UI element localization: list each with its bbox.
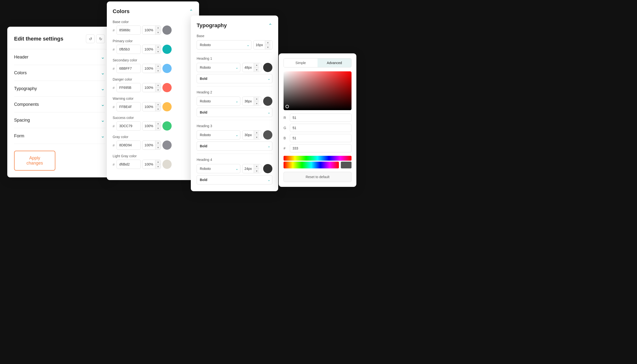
hex-input-secondary[interactable] <box>117 64 141 73</box>
spinner-up-gray[interactable]: ▲ <box>155 140 161 145</box>
undo-button[interactable]: ↺ <box>86 34 95 43</box>
typo-h3-weight-select[interactable]: Bold <box>197 142 272 151</box>
typo-h2-font-select[interactable]: Roboto <box>197 96 240 106</box>
typo-h1-font-select[interactable]: Roboto <box>197 63 240 72</box>
rgb-r-input[interactable] <box>290 114 352 122</box>
rgb-g-input[interactable] <box>290 124 352 132</box>
redo-button[interactable]: ↻ <box>96 34 105 43</box>
reset-to-default-button[interactable]: Reset to default <box>284 172 352 182</box>
spinner-down-danger[interactable]: ▼ <box>155 88 161 92</box>
spinner-up-base[interactable]: ▲ <box>155 26 161 30</box>
tab-advanced[interactable]: Advanced <box>318 58 351 67</box>
typo-h4-weight-wrap: Bold ⌄ <box>197 175 272 184</box>
spinner-up-lightgray[interactable]: ▲ <box>155 160 161 164</box>
typo-h2-size-down[interactable]: ▼ <box>254 101 259 106</box>
typo-h4-swatch[interactable] <box>263 164 272 173</box>
hex-prefix-warning: # <box>113 105 115 109</box>
typo-h2-swatch[interactable] <box>263 96 272 106</box>
hex-input-success[interactable] <box>117 121 141 130</box>
typo-h1-weight-wrap: Bold ⌄ <box>197 74 272 83</box>
apply-changes-button[interactable]: Apply changes <box>14 151 55 170</box>
hex-input-gray[interactable] <box>117 140 141 150</box>
swatch-lightgray[interactable] <box>162 160 172 169</box>
typo-h4-size-down[interactable]: ▼ <box>254 169 259 173</box>
sidebar-typography-label: Typography <box>14 86 37 91</box>
swatch-primary[interactable] <box>162 45 172 54</box>
typo-h2-label: Heading 2 <box>197 90 272 94</box>
opacity-wrap-primary: 100% ▲ ▼ <box>142 45 161 54</box>
typo-h2-size-up[interactable]: ▲ <box>254 96 259 101</box>
spinner-up-success[interactable]: ▲ <box>155 121 161 126</box>
typo-h3-row: Roboto ⌄ 30px ▲ ▼ <box>197 130 272 140</box>
spinner-up-secondary[interactable]: ▲ <box>155 64 161 68</box>
rgb-b-input[interactable] <box>290 134 352 142</box>
typo-h3-font-select[interactable]: Roboto <box>197 130 240 140</box>
tab-simple[interactable]: Simple <box>284 58 318 67</box>
rgb-b-row: B <box>284 134 352 142</box>
typo-h1-label: Heading 1 <box>197 56 272 60</box>
color-label-danger: Danger color <box>113 78 193 81</box>
spinner-down-secondary[interactable]: ▼ <box>155 68 161 73</box>
sidebar-item-components[interactable]: Components ⌄ <box>14 96 105 112</box>
color-row-secondary: Secondary color # 100% ▲ ▼ <box>113 58 193 73</box>
typo-h1-size-down[interactable]: ▼ <box>254 68 259 72</box>
opacity-wrap-base: 100% ▲ ▼ <box>142 26 161 35</box>
picker-handle[interactable] <box>285 105 289 108</box>
hex-input-picker[interactable] <box>290 144 352 152</box>
spinner-down-success[interactable]: ▼ <box>155 126 161 130</box>
rainbow-bar[interactable] <box>284 156 352 161</box>
spinner-up-danger[interactable]: ▲ <box>155 83 161 88</box>
sidebar-item-spacing[interactable]: Spacing ⌄ <box>14 112 105 128</box>
opacity-wrap-secondary: 100% ▲ ▼ <box>142 64 161 73</box>
hex-input-danger[interactable] <box>117 83 141 92</box>
typo-h1-weight-select[interactable]: Bold <box>197 74 272 83</box>
color-input-gray: # 100% ▲ ▼ <box>113 140 193 150</box>
spinner-down-warning[interactable]: ▼ <box>155 107 161 112</box>
sidebar-item-typography[interactable]: Typography ⌄ <box>14 81 105 96</box>
swatch-secondary[interactable] <box>162 64 172 73</box>
swatch-base[interactable] <box>162 26 172 35</box>
hex-input-base[interactable] <box>117 26 141 35</box>
typo-h4-size-up[interactable]: ▲ <box>254 164 259 169</box>
typo-h1-swatch[interactable] <box>263 63 272 72</box>
swatch-warning[interactable] <box>162 102 172 112</box>
spinner-up-warning[interactable]: ▲ <box>155 102 161 107</box>
divider-4 <box>197 154 272 154</box>
typo-h3-swatch[interactable] <box>263 130 272 140</box>
typo-h1-size-up[interactable]: ▲ <box>254 63 259 68</box>
hex-input-primary[interactable] <box>117 45 141 54</box>
spinner-down-gray[interactable]: ▼ <box>155 145 161 150</box>
typo-base-size-up[interactable]: ▲ <box>265 40 270 45</box>
spinner-down-lightgray[interactable]: ▼ <box>155 164 161 169</box>
typo-base-font-select[interactable]: Roboto <box>197 40 252 50</box>
hex-input-lightgray[interactable] <box>117 160 141 169</box>
sidebar-item-colors[interactable]: Colors ⌄ <box>14 65 105 81</box>
swatch-success[interactable] <box>162 121 172 130</box>
typo-h4-row: Roboto ⌄ 24px ▲ ▼ <box>197 164 272 173</box>
color-gradient[interactable] <box>284 71 352 110</box>
typo-h4-weight-select[interactable]: Bold <box>197 175 272 184</box>
typo-h2-weight-select[interactable]: Bold <box>197 108 272 117</box>
sidebar-item-form[interactable]: Form ⌄ <box>14 128 105 144</box>
typography-collapse-button[interactable]: ⌃ <box>268 22 272 28</box>
spinner-up-primary[interactable]: ▲ <box>155 45 161 49</box>
typo-h3-size-up[interactable]: ▲ <box>254 130 259 135</box>
opacity-value-primary: 100% <box>143 47 155 51</box>
picker-gradient-swatch[interactable] <box>284 162 339 168</box>
hex-input-warning[interactable] <box>117 102 141 112</box>
swatch-gray[interactable] <box>162 140 172 150</box>
sidebar-item-header[interactable]: Header ⌄ <box>14 49 105 65</box>
typo-h4-size-wrap: 24px ▲ ▼ <box>242 164 261 173</box>
spinner-down-base[interactable]: ▼ <box>155 30 161 35</box>
hex-prefix-gray: # <box>113 143 115 147</box>
swatch-danger[interactable] <box>162 83 172 92</box>
picker-dark-swatch[interactable] <box>341 162 352 168</box>
spinner-down-primary[interactable]: ▼ <box>155 49 161 54</box>
typo-h3-size-down[interactable]: ▼ <box>254 135 259 140</box>
opacity-value-base: 100% <box>143 28 155 32</box>
hex-prefix-success: # <box>113 124 115 128</box>
color-row-lightgray: Light Gray color # 100% ▲ ▼ <box>113 154 193 169</box>
typo-base-size-down[interactable]: ▼ <box>265 45 270 50</box>
colors-collapse-button[interactable]: ⌃ <box>189 8 193 14</box>
typo-h4-font-select[interactable]: Roboto <box>197 164 240 173</box>
